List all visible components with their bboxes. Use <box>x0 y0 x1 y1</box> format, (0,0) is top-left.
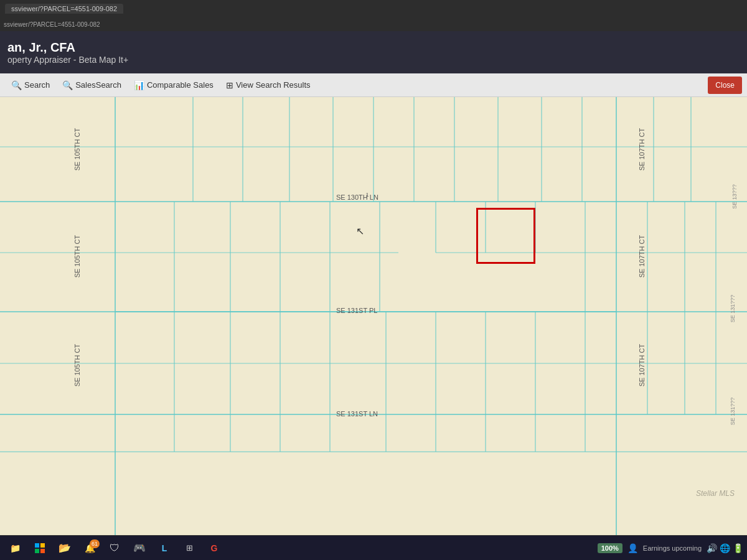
taskbar-apps-btn[interactable]: ⊞ <box>178 538 200 558</box>
street-label-se105th-2: SE 105TH CT <box>73 235 81 278</box>
street-label-se105th-3: SE 105TH CT <box>73 344 81 386</box>
comparable-sales-icon: 📊 <box>134 80 144 90</box>
url-bar-row: ssviewer/?PARCEL=4551-009-082 <box>0 17 747 31</box>
map-svg: 1 <box>0 97 747 535</box>
network-icon: 🌐 <box>720 543 730 553</box>
svg-rect-66 <box>35 549 39 553</box>
taskbar-security-btn[interactable]: 🛡 <box>103 538 126 558</box>
taskbar-person-icon: 👤 <box>627 543 638 553</box>
close-label: Close <box>715 81 735 90</box>
app-header: an, Jr., CFA operty Appraiser - Beta Map… <box>0 31 747 73</box>
taskbar-google-btn[interactable]: G <box>203 538 225 558</box>
browser-tab[interactable]: ssviewer/?PARCEL=4551-009-082 <box>5 4 123 14</box>
view-results-label: View Search Results <box>236 80 311 90</box>
watermark: Stellar MLS <box>696 489 735 498</box>
street-label-se107th-3: SE 107TH CT <box>638 344 646 386</box>
toolbar: 🔍 Search 🔍 SalesSearch 📊 Comparable Sale… <box>0 73 747 97</box>
taskbar-l-btn[interactable]: L <box>153 538 176 558</box>
taskbar-windows-btn[interactable] <box>29 538 51 558</box>
street-label-se131st-pl: SE 131ST PL <box>336 307 377 314</box>
taskbar-right: 100% 👤 Earnings upcoming 🔊 🌐 🔋 <box>598 543 743 553</box>
comparable-sales-label: Comparable Sales <box>147 80 214 90</box>
map-container[interactable]: 1 SE 130TH LN SE 131ST PL SE 131ST LN SE… <box>0 97 747 535</box>
svg-rect-67 <box>40 549 45 553</box>
sales-search-icon: 🔍 <box>62 80 73 90</box>
svg-rect-64 <box>35 543 39 548</box>
street-label-se131st-ln: SE 131ST LN <box>336 410 378 418</box>
view-results-button[interactable]: ⊞ View Search Results <box>220 73 317 97</box>
browser-chrome: ssviewer/?PARCEL=4551-009-082 <box>0 0 747 17</box>
notification-badge: 61 <box>90 539 100 548</box>
search-button[interactable]: 🔍 Search <box>5 73 56 97</box>
edge-label-right-3: SE 131??? <box>730 398 736 426</box>
app-title-sub: operty Appraiser - Beta Map It+ <box>7 55 740 65</box>
street-label-se107th-1: SE 107TH CT <box>638 128 646 170</box>
edge-label-right-1: SE 13??? <box>731 184 738 209</box>
svg-rect-65 <box>40 543 45 548</box>
sales-search-button[interactable]: 🔍 SalesSearch <box>56 73 128 97</box>
close-button[interactable]: Close <box>708 77 742 94</box>
zoom-badge: 100% <box>598 543 622 553</box>
taskbar-files-btn[interactable]: 📁 <box>4 538 26 558</box>
view-results-icon: ⊞ <box>226 80 233 90</box>
sys-icons: 🔊 🌐 🔋 <box>707 543 743 553</box>
taskbar-notification-btn[interactable]: 🔔 61 <box>78 538 101 558</box>
earnings-text: Earnings upcoming <box>643 544 702 552</box>
search-icon: 🔍 <box>11 80 22 90</box>
comparable-sales-button[interactable]: 📊 Comparable Sales <box>128 73 220 97</box>
tab-url: ssviewer/?PARCEL=4551-009-082 <box>11 5 117 12</box>
battery-icon: 🔋 <box>733 543 743 553</box>
app-title-main: an, Jr., CFA <box>7 40 740 55</box>
url-text: ssviewer/?PARCEL=4551-009-082 <box>4 21 100 28</box>
street-label-se107th-2: SE 107TH CT <box>638 235 646 278</box>
speaker-icon: 🔊 <box>707 543 717 553</box>
taskbar-xbox-btn[interactable]: 🎮 <box>128 538 151 558</box>
edge-label-right-2: SE 131??? <box>730 295 736 323</box>
street-label-se105th-1: SE 105TH CT <box>73 128 81 170</box>
street-label-se130th: SE 130TH LN <box>336 194 378 201</box>
taskbar: 📁 📂 🔔 61 🛡 🎮 L ⊞ G 100% 👤 Earnings upcom… <box>0 535 747 560</box>
sales-search-label: SalesSearch <box>75 80 121 90</box>
search-label: Search <box>24 80 50 90</box>
taskbar-explorer-btn[interactable]: 📂 <box>54 538 76 558</box>
